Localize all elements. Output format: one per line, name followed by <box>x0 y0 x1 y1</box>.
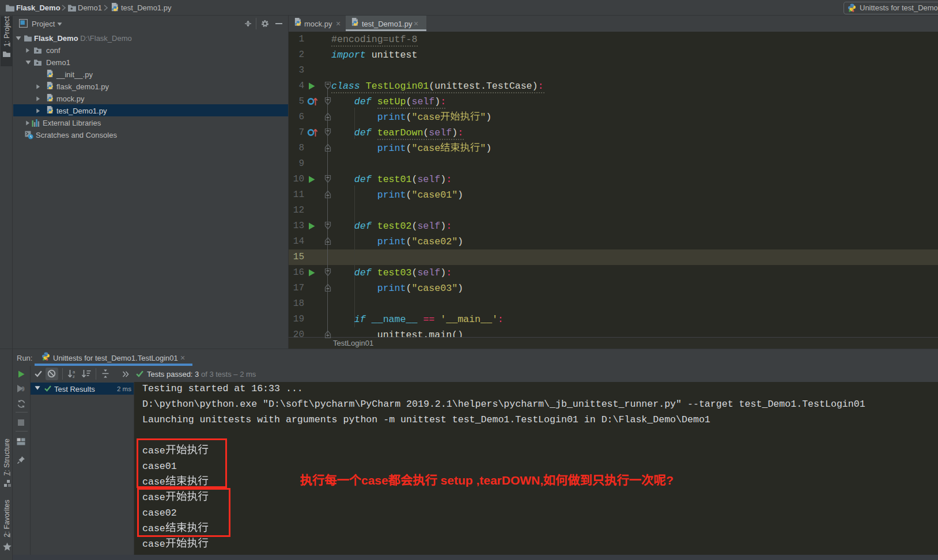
svg-text:z: z <box>73 374 75 379</box>
svg-text:9: 9 <box>21 386 25 392</box>
